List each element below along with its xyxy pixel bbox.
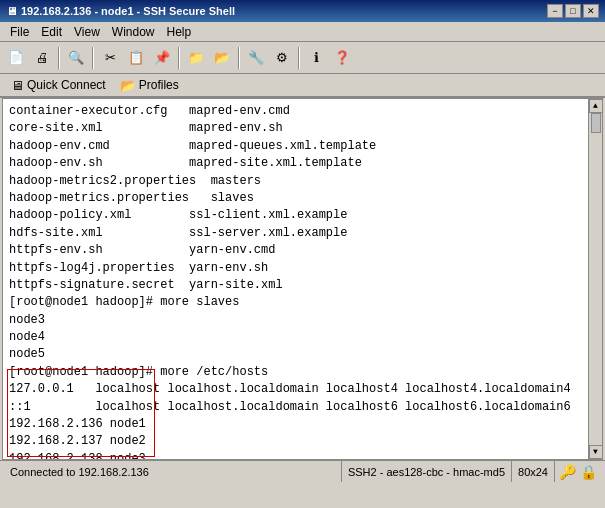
- sftp2-button[interactable]: 📂: [210, 46, 234, 70]
- terminal-content: container-executor.cfg mapred-env.cmdcor…: [9, 103, 596, 460]
- menu-file[interactable]: File: [4, 23, 35, 41]
- menu-bar: File Edit View Window Help: [0, 22, 605, 42]
- terminal-line: hadoop-metrics.properties slaves: [9, 190, 580, 207]
- terminal-line: node4: [9, 329, 580, 346]
- status-connection: Connected to 192.168.2.136: [4, 461, 342, 482]
- terminal-line: [root@node1 hadoop]# more /etc/hosts: [9, 364, 580, 381]
- profiles-icon: 📂: [120, 78, 136, 93]
- quick-bar: 🖥 Quick Connect 📂 Profiles: [0, 74, 605, 98]
- key-icon: 🔑: [559, 464, 576, 480]
- separator-2: [92, 47, 94, 69]
- terminal-line: hadoop-metrics2.properties masters: [9, 173, 580, 190]
- separator-3: [178, 47, 180, 69]
- terminal-line: [root@node1 hadoop]# more slaves: [9, 294, 580, 311]
- new-button[interactable]: 📄: [4, 46, 28, 70]
- terminal-line: httpfs-signature.secret yarn-site.xml: [9, 277, 580, 294]
- sftp-button[interactable]: 📁: [184, 46, 208, 70]
- terminal-line: core-site.xml mapred-env.sh: [9, 120, 580, 137]
- separator-1: [58, 47, 60, 69]
- quick-connect-label: Quick Connect: [27, 78, 106, 92]
- terminal-line: hadoop-env.cmd mapred-queues.xml.templat…: [9, 138, 580, 155]
- status-icons: 🔑 🔒: [555, 464, 601, 480]
- app-icon: 🖥: [6, 5, 17, 17]
- print-button[interactable]: 🖨: [30, 46, 54, 70]
- menu-window[interactable]: Window: [106, 23, 161, 41]
- terminal-line: hdfs-site.xml ssl-server.xml.example: [9, 225, 580, 242]
- terminal-line: httpfs-env.sh yarn-env.cmd: [9, 242, 580, 259]
- terminal-line: node5: [9, 346, 580, 363]
- title-bar-controls[interactable]: − □ ✕: [547, 4, 599, 18]
- separator-4: [238, 47, 240, 69]
- copy-button[interactable]: 📋: [124, 46, 148, 70]
- info-button[interactable]: ℹ: [304, 46, 328, 70]
- minimize-button[interactable]: −: [547, 4, 563, 18]
- terminal-line: 192.168.2.137 node2: [9, 433, 580, 450]
- title-bar: 🖥 192.168.2.136 - node1 - SSH Secure She…: [0, 0, 605, 22]
- terminal-line: hadoop-policy.xml ssl-client.xml.example: [9, 207, 580, 224]
- quick-connect-icon: 🖥: [11, 78, 24, 93]
- encryption-text: SSH2 - aes128-cbc - hmac-md5: [348, 466, 505, 478]
- help-button[interactable]: ❓: [330, 46, 354, 70]
- terminal-line: httpfs-log4j.properties yarn-env.sh: [9, 260, 580, 277]
- paste-button[interactable]: 📌: [150, 46, 174, 70]
- menu-edit[interactable]: Edit: [35, 23, 68, 41]
- status-dimensions: 80x24: [512, 461, 555, 482]
- terminal-line: hadoop-env.sh mapred-site.xml.template: [9, 155, 580, 172]
- terminal[interactable]: container-executor.cfg mapred-env.cmdcor…: [2, 98, 603, 460]
- scroll-thumb[interactable]: [591, 113, 601, 133]
- settings2-button[interactable]: ⚙: [270, 46, 294, 70]
- toolbar: 📄 🖨 🔍 ✂ 📋 📌 📁 📂 🔧 ⚙ ℹ ❓: [0, 42, 605, 74]
- window-title: 192.168.2.136 - node1 - SSH Secure Shell: [21, 5, 235, 17]
- cut-button[interactable]: ✂: [98, 46, 122, 70]
- scroll-track: [589, 113, 602, 445]
- terminal-line: container-executor.cfg mapred-env.cmd: [9, 103, 580, 120]
- menu-help[interactable]: Help: [161, 23, 198, 41]
- settings-button[interactable]: 🔧: [244, 46, 268, 70]
- terminal-line: node3: [9, 312, 580, 329]
- status-encryption: SSH2 - aes128-cbc - hmac-md5: [342, 461, 512, 482]
- menu-view[interactable]: View: [68, 23, 106, 41]
- terminal-line: 192.168.2.136 node1: [9, 416, 580, 433]
- terminal-line: 192.168.2.138 node3: [9, 451, 580, 460]
- title-bar-left: 🖥 192.168.2.136 - node1 - SSH Secure She…: [6, 5, 235, 17]
- terminal-scrollbar[interactable]: ▲ ▼: [588, 99, 602, 459]
- close-button[interactable]: ✕: [583, 4, 599, 18]
- dimensions-text: 80x24: [518, 466, 548, 478]
- scroll-up-button[interactable]: ▲: [589, 99, 603, 113]
- lock-icon: 🔒: [580, 464, 597, 480]
- status-bar: Connected to 192.168.2.136 SSH2 - aes128…: [0, 460, 605, 482]
- scroll-down-button[interactable]: ▼: [589, 445, 603, 459]
- quick-connect-button[interactable]: 🖥 Quick Connect: [6, 76, 111, 95]
- profiles-label: Profiles: [139, 78, 179, 92]
- find-button[interactable]: 🔍: [64, 46, 88, 70]
- terminal-line: 127.0.0.1 localhost localhost.localdomai…: [9, 381, 580, 398]
- separator-5: [298, 47, 300, 69]
- maximize-button[interactable]: □: [565, 4, 581, 18]
- profiles-button[interactable]: 📂 Profiles: [115, 76, 184, 95]
- terminal-line: ::1 localhost localhost.localdomain loca…: [9, 399, 580, 416]
- connection-text: Connected to 192.168.2.136: [10, 466, 149, 478]
